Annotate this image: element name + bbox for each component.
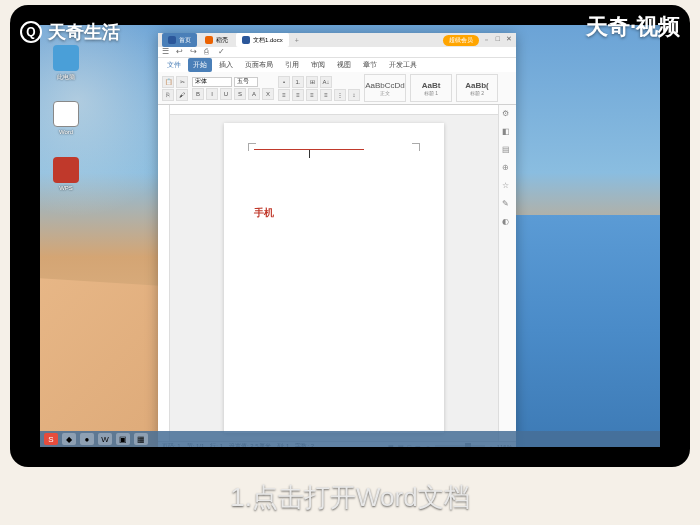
bullets-button[interactable]: • bbox=[278, 76, 290, 88]
align-right-button[interactable]: ≡ bbox=[306, 89, 318, 101]
clear-format-button[interactable]: X bbox=[262, 88, 274, 100]
numbering-button[interactable]: 1. bbox=[292, 76, 304, 88]
home-icon bbox=[168, 36, 176, 44]
desktop-icon-label: Word bbox=[59, 129, 73, 135]
menu-references[interactable]: 引用 bbox=[280, 58, 304, 72]
qat-undo-icon[interactable]: ↩ bbox=[176, 47, 186, 57]
menu-insert[interactable]: 插入 bbox=[214, 58, 238, 72]
window-controls: － □ ✕ bbox=[483, 35, 512, 45]
menu-bar: 文件 开始 插入 页面布局 引用 审阅 视图 章节 开发工具 bbox=[158, 58, 516, 72]
desktop-icon-wps[interactable]: WPS bbox=[50, 157, 82, 195]
watermark-top-right: 天奇·视频 bbox=[586, 12, 680, 42]
qat-save-icon[interactable]: ✓ bbox=[218, 47, 228, 57]
side-settings-icon[interactable]: ⚙ bbox=[502, 109, 514, 121]
qat-print-icon[interactable]: ⎙ bbox=[204, 47, 214, 57]
style-normal[interactable]: AaBbCcDd 正文 bbox=[364, 74, 406, 102]
wps-tab-right: 超级会员 － □ ✕ bbox=[443, 35, 512, 46]
desktop-icon-label: WPS bbox=[59, 185, 73, 191]
document-page[interactable]: 手机 bbox=[224, 123, 444, 433]
desktop-icon-word[interactable]: Word bbox=[50, 101, 82, 139]
quick-access-toolbar: ☰ ↩ ↪ ⎙ ✓ bbox=[158, 47, 516, 58]
taskbar-item[interactable]: ▣ bbox=[116, 433, 130, 445]
page-area[interactable]: 手机 bbox=[170, 115, 498, 441]
qat-menu-icon[interactable]: ☰ bbox=[162, 47, 172, 57]
taskbar-item[interactable]: ▦ bbox=[134, 433, 148, 445]
computer-icon bbox=[53, 45, 79, 71]
taskbar-item[interactable]: ● bbox=[80, 433, 94, 445]
menu-file[interactable]: 文件 bbox=[162, 58, 186, 72]
italic-button[interactable]: I bbox=[206, 88, 218, 100]
taskbar-item[interactable]: ◆ bbox=[62, 433, 76, 445]
side-nav-icon[interactable]: ◧ bbox=[502, 127, 514, 139]
maximize-button[interactable]: □ bbox=[496, 35, 500, 45]
taskbar-item[interactable]: W bbox=[98, 433, 112, 445]
horizontal-ruler[interactable] bbox=[170, 105, 498, 115]
indent-button[interactable]: ⊞ bbox=[306, 76, 318, 88]
side-add-icon[interactable]: ⊕ bbox=[502, 163, 514, 175]
premium-badge[interactable]: 超级会员 bbox=[443, 35, 479, 46]
copy-button[interactable]: ⎘ bbox=[162, 89, 174, 101]
side-panel: ⚙ ◧ ▤ ⊕ ☆ ✎ ◐ bbox=[498, 105, 516, 441]
margin-mark-icon bbox=[412, 143, 420, 151]
menu-dev[interactable]: 开发工具 bbox=[384, 58, 422, 72]
docer-icon bbox=[205, 36, 213, 44]
style-heading1[interactable]: AaBt 标题 1 bbox=[410, 74, 452, 102]
bold-button[interactable]: B bbox=[192, 88, 204, 100]
style-heading2[interactable]: AaBb( 标题 2 bbox=[456, 74, 498, 102]
paste-button[interactable]: 📋 bbox=[162, 76, 174, 88]
strike-button[interactable]: S bbox=[234, 88, 246, 100]
margin-mark-icon bbox=[248, 143, 256, 151]
desktop-icon-label: 此电脑 bbox=[57, 73, 75, 82]
wps-tab-home[interactable]: 首页 bbox=[162, 33, 197, 47]
taskbar: S ◆ ● W ▣ ▦ bbox=[40, 431, 660, 447]
text-cursor bbox=[309, 150, 310, 158]
watermark-text: 天奇生活 bbox=[48, 20, 120, 44]
vertical-ruler[interactable] bbox=[158, 105, 170, 441]
video-subtitle: 1.点击打开Word文档 bbox=[0, 480, 700, 515]
watermark-logo-icon: Q bbox=[20, 21, 42, 43]
close-button[interactable]: ✕ bbox=[506, 35, 512, 45]
menu-review[interactable]: 审阅 bbox=[306, 58, 330, 72]
format-painter-button[interactable]: 🖌 bbox=[176, 89, 188, 101]
font-size-input[interactable] bbox=[234, 77, 258, 87]
menu-start[interactable]: 开始 bbox=[188, 58, 212, 72]
document-text[interactable]: 手机 bbox=[254, 206, 414, 220]
desktop-icon-computer[interactable]: 此电脑 bbox=[50, 45, 82, 83]
side-star-icon[interactable]: ☆ bbox=[502, 181, 514, 193]
minimize-button[interactable]: － bbox=[483, 35, 490, 45]
wps-tab-new[interactable]: + bbox=[291, 37, 303, 44]
side-select-icon[interactable]: ▤ bbox=[502, 145, 514, 157]
menu-section[interactable]: 章节 bbox=[358, 58, 382, 72]
font-name-input[interactable] bbox=[192, 77, 232, 87]
wps-tab-document[interactable]: 文档1.docx bbox=[236, 33, 289, 47]
menu-layout[interactable]: 页面布局 bbox=[240, 58, 278, 72]
taskbar-sogou-icon[interactable]: S bbox=[44, 433, 58, 445]
wps-center: 手机 bbox=[170, 105, 498, 441]
desktop-icons: 此电脑 Word WPS bbox=[50, 45, 82, 195]
align-center-button[interactable]: ≡ bbox=[292, 89, 304, 101]
tablet-frame: 此电脑 Word WPS 首页 稻壳 文档1.docx + 超级会员 － bbox=[10, 5, 690, 467]
underline-button[interactable]: U bbox=[220, 88, 232, 100]
word-icon bbox=[53, 101, 79, 127]
qat-redo-icon[interactable]: ↪ bbox=[190, 47, 200, 57]
desktop-screen: 此电脑 Word WPS 首页 稻壳 文档1.docx + 超级会员 － bbox=[40, 25, 660, 447]
ribbon-paragraph: • 1. ⊞ A↓ ≡ ≡ ≡ ≡ ⋮ ↕ bbox=[278, 76, 360, 101]
line-spacing-button[interactable]: ⋮ bbox=[334, 89, 346, 101]
wps-tab-docer[interactable]: 稻壳 bbox=[199, 33, 234, 47]
sort-button[interactable]: A↓ bbox=[320, 76, 332, 88]
ribbon-font: B I U S A X bbox=[192, 77, 274, 100]
ribbon: 📋 ✂ ⎘ 🖌 B I U bbox=[158, 72, 516, 105]
side-theme-icon[interactable]: ◐ bbox=[502, 217, 514, 229]
ribbon-clipboard: 📋 ✂ ⎘ 🖌 bbox=[162, 76, 188, 101]
cut-button[interactable]: ✂ bbox=[176, 76, 188, 88]
align-justify-button[interactable]: ≡ bbox=[320, 89, 332, 101]
wps-body: 手机 ⚙ ◧ ▤ ⊕ ☆ ✎ ◐ bbox=[158, 105, 516, 441]
doc-icon bbox=[242, 36, 250, 44]
align-left-button[interactable]: ≡ bbox=[278, 89, 290, 101]
side-edit-icon[interactable]: ✎ bbox=[502, 199, 514, 211]
shading-button[interactable]: ↕ bbox=[348, 89, 360, 101]
font-color-button[interactable]: A bbox=[248, 88, 260, 100]
wps-tab-bar: 首页 稻壳 文档1.docx + 超级会员 － □ ✕ bbox=[158, 33, 516, 47]
menu-view[interactable]: 视图 bbox=[332, 58, 356, 72]
wps-icon bbox=[53, 157, 79, 183]
